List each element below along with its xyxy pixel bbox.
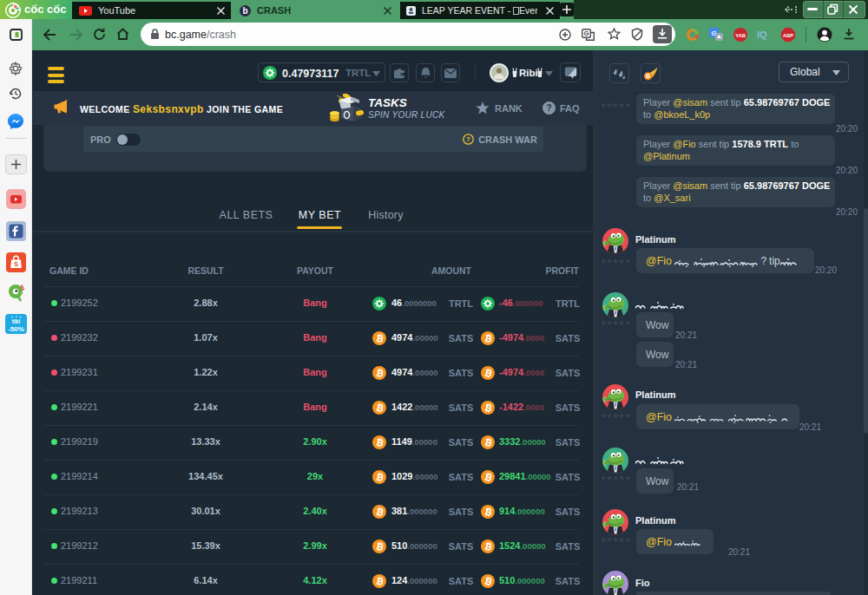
svg-text:YAB: YAB xyxy=(735,33,746,38)
svg-text:tiki: tiki xyxy=(12,318,21,324)
svg-text:G: G xyxy=(584,29,589,37)
svg-text:b: b xyxy=(242,6,247,16)
svg-text:-50%: -50% xyxy=(8,325,24,333)
svg-text:ABP: ABP xyxy=(783,33,793,38)
svg-text:B: B xyxy=(646,73,650,79)
svg-text:S: S xyxy=(14,260,18,268)
svg-text:?: ? xyxy=(466,135,470,143)
svg-text:?: ? xyxy=(546,103,551,113)
